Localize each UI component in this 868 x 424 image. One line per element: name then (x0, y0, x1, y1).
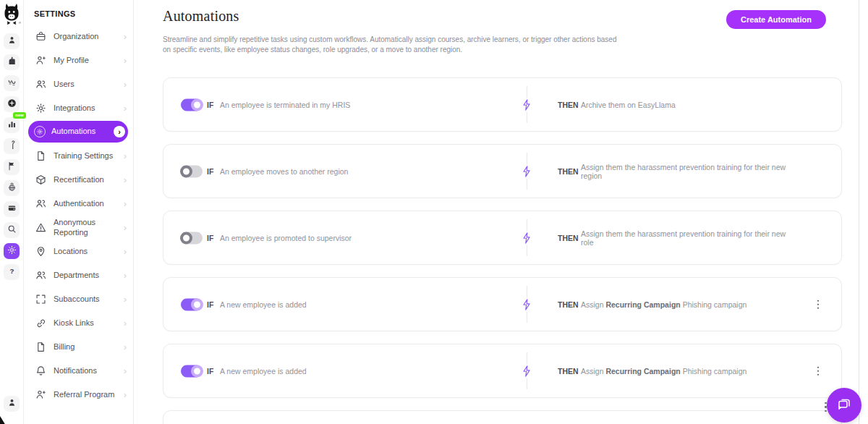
svg-text:?: ? (9, 267, 14, 275)
new-badge: new (13, 112, 26, 119)
bolt-divider (523, 153, 530, 190)
if-condition-text: An employee moves to another region (220, 167, 348, 176)
chevron-right-icon: › (124, 271, 127, 280)
chevron-right-icon: › (114, 126, 125, 137)
then-action-text: Assign Recurring Campaign Phishing campa… (581, 300, 798, 309)
sidebar-item-anonymous-reporting[interactable]: Anonymous Reporting› (28, 216, 129, 239)
sidebar-item-label: Notifications (54, 366, 124, 376)
bolt-divider (523, 86, 530, 123)
rail-button-settings[interactable] (4, 243, 20, 259)
sidebar-item-label: Recertification (54, 175, 124, 185)
chat-bubble-icon (835, 395, 853, 415)
sidebar-item-label: Users (54, 80, 124, 89)
sidebar-item-authentication[interactable]: Authentication› (28, 192, 129, 216)
search-icon (7, 224, 17, 237)
sidebar-item-recertification[interactable]: Recertification› (28, 168, 129, 192)
chevron-right-icon: › (124, 294, 127, 304)
rail-button-analytics[interactable]: new (4, 117, 20, 133)
automation-toggle[interactable] (181, 165, 203, 177)
add-icon (7, 98, 17, 111)
then-action-suffix: Phishing campaign (681, 300, 747, 309)
sidebar-item-organization[interactable]: Organization› (28, 25, 129, 48)
settings-icon (7, 245, 17, 258)
sidebar-item-notifications[interactable]: Notifications› (28, 359, 129, 383)
sidebar-item-billing[interactable]: Billing› (28, 335, 129, 359)
sidebar-item-users[interactable]: Users› (28, 72, 129, 96)
then-action-text: Assign them the harassment prevention tr… (581, 229, 798, 247)
automation-toggle[interactable] (181, 365, 203, 377)
rail-button-add[interactable] (4, 96, 20, 112)
toggle-knob (191, 365, 203, 377)
kebab-menu-icon[interactable] (815, 364, 822, 378)
sidebar-item-automations[interactable]: Automations› (28, 121, 128, 143)
sidebar-item-label: Training Settings (54, 151, 124, 161)
rail-button-globe[interactable] (4, 180, 20, 196)
rail-button-search[interactable] (4, 222, 20, 238)
chat-launcher-button[interactable] (827, 388, 861, 423)
rail-button-user[interactable] (4, 33, 20, 49)
if-label: IF (207, 167, 213, 176)
kebab-menu-icon[interactable] (815, 297, 822, 311)
page-title: Automations (163, 8, 239, 25)
then-action-text: Assign them the harassment prevention tr… (581, 163, 798, 180)
settings-sidebar: SETTINGS Organization›My Profile›Users›I… (24, 0, 134, 424)
automation-toggle[interactable] (181, 298, 203, 310)
page-description: Streamline and simplify repetitive tasks… (163, 35, 620, 55)
people-icon (35, 79, 46, 90)
courses-icon (7, 56, 17, 69)
gear-icon (35, 103, 46, 114)
sidebar-item-label: Billing (54, 342, 124, 352)
then-action-text: Archive them on EasyLlama (581, 101, 798, 109)
llama-logo: ® (2, 3, 21, 29)
sidebar-item-label: Automations (51, 127, 114, 136)
rail-button-flag[interactable] (4, 159, 20, 175)
sidebar-item-label: Locations (54, 247, 124, 256)
chevron-right-icon: › (124, 32, 127, 41)
rail-button-help[interactable]: ? (4, 264, 20, 280)
hook-icon (7, 140, 17, 153)
sidebar-item-my-profile[interactable]: My Profile› (28, 48, 129, 72)
automation-card: IFA new employee is addedTHENAssign Recu… (163, 277, 842, 331)
rail-button-hook[interactable] (4, 138, 20, 154)
automation-toggle[interactable] (181, 98, 203, 111)
toggle-knob (191, 98, 203, 111)
sidebar-item-label: Integrations (54, 103, 124, 113)
rail-button-wallet[interactable] (4, 201, 20, 217)
main-content: Automations Create Automation Streamline… (134, 0, 868, 424)
sidebar-item-departments[interactable]: Departments› (28, 263, 129, 287)
link-icon (35, 318, 46, 328)
sidebar-item-label: Authentication (54, 199, 124, 208)
scrollbar-track[interactable] (859, 0, 868, 424)
automation-card: IFAn employee moves to another regionTHE… (163, 144, 842, 198)
sidebar-item-kiosk-links[interactable]: Kiosk Links› (28, 311, 129, 335)
sidebar-item-label: Referral Program (54, 390, 124, 399)
then-action-suffix: Phishing campaign (681, 367, 747, 376)
user-icon (7, 397, 17, 410)
chevron-right-icon: › (124, 247, 127, 256)
chevron-right-icon: › (124, 103, 127, 113)
help-icon: ? (7, 266, 17, 279)
bolt-divider (523, 219, 530, 256)
settings-menu: Organization›My Profile›Users›Integratio… (28, 25, 129, 407)
create-automation-button[interactable]: Create Automation (726, 10, 826, 29)
sidebar-item-training-settings[interactable]: Training Settings› (28, 144, 129, 168)
if-label: IF (207, 101, 213, 109)
rail-button-account[interactable] (4, 396, 20, 412)
rail-bottom (4, 396, 20, 417)
document-icon (35, 342, 46, 352)
rail-button-courses[interactable] (4, 54, 20, 70)
people-icon (35, 198, 46, 209)
pin-icon (35, 246, 46, 257)
if-condition-text: A new employee is added (220, 367, 307, 376)
sidebar-item-integrations[interactable]: Integrations› (28, 96, 129, 120)
briefcase-icon (35, 31, 46, 42)
sidebar-item-referral-program[interactable]: Referral Program› (28, 383, 129, 407)
toggle-knob (180, 232, 192, 244)
chevron-right-icon: › (124, 366, 127, 376)
rail-button-tracks[interactable] (4, 75, 20, 91)
then-action-prefix: Assign (581, 367, 605, 376)
sidebar-item-label: My Profile (54, 56, 124, 65)
sidebar-item-locations[interactable]: Locations› (28, 239, 129, 263)
sidebar-item-subaccounts[interactable]: Subaccounts› (28, 287, 129, 311)
automation-toggle[interactable] (181, 232, 203, 244)
